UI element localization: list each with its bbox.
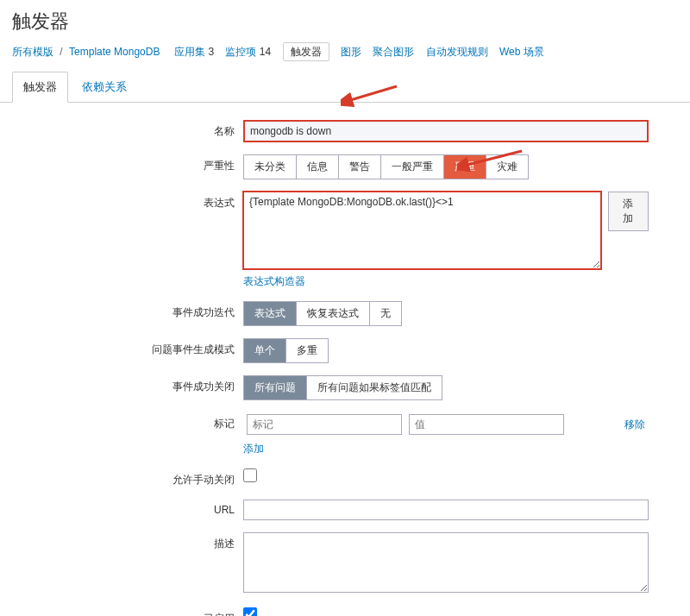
problem-gen-single[interactable]: 单个 bbox=[244, 339, 286, 362]
problem-gen-group: 单个 多重 bbox=[243, 338, 329, 363]
event-gen-group: 表达式 恢复表达式 无 bbox=[243, 301, 402, 326]
breadcrumb-template[interactable]: Template MongoDB bbox=[69, 46, 160, 58]
tags-table: 移除 bbox=[243, 412, 649, 437]
severity-not-classified[interactable]: 未分类 bbox=[244, 155, 297, 179]
severity-high[interactable]: 严重 bbox=[444, 155, 486, 179]
description-label: 描述 bbox=[12, 532, 243, 551]
event-gen-none[interactable]: 无 bbox=[370, 302, 401, 325]
breadcrumb-root[interactable]: 所有模版 bbox=[12, 46, 53, 58]
tag-add-link[interactable]: 添加 bbox=[243, 443, 264, 455]
tab-trigger[interactable]: 触发器 bbox=[12, 72, 68, 103]
tabs: 触发器 依赖关系 bbox=[0, 72, 690, 103]
nav-screens[interactable]: 聚合图形 bbox=[373, 46, 414, 58]
description-input[interactable] bbox=[243, 532, 649, 593]
severity-warning[interactable]: 警告 bbox=[339, 155, 381, 179]
severity-information[interactable]: 信息 bbox=[297, 155, 339, 179]
table-row: 移除 bbox=[243, 412, 649, 437]
problem-gen-label: 问题事件生成模式 bbox=[12, 338, 243, 357]
nav-triggers[interactable]: 触发器 bbox=[283, 42, 329, 61]
severity-label: 严重性 bbox=[12, 154, 243, 173]
tag-remove-link[interactable]: 移除 bbox=[624, 418, 645, 431]
close-label: 事件成功关闭 bbox=[12, 375, 243, 394]
nav-web[interactable]: Web 场景 bbox=[499, 46, 544, 58]
event-gen-expression[interactable]: 表达式 bbox=[244, 302, 297, 325]
tags-label: 标记 bbox=[12, 412, 243, 431]
severity-group: 未分类 信息 警告 一般严重 严重 灾难 bbox=[243, 154, 529, 179]
manual-close-label: 允许手动关闭 bbox=[12, 468, 243, 487]
url-input[interactable] bbox=[243, 500, 649, 520]
page-title: 触发器 bbox=[0, 0, 690, 41]
expression-builder-link[interactable]: 表达式构造器 bbox=[243, 275, 305, 287]
severity-disaster[interactable]: 灾难 bbox=[486, 155, 528, 179]
tag-value-input[interactable] bbox=[409, 414, 564, 435]
manual-close-checkbox[interactable] bbox=[243, 468, 257, 482]
close-group: 所有问题 所有问题如果标签值匹配 bbox=[243, 375, 442, 400]
enabled-label: 已启用 bbox=[12, 607, 243, 616]
close-tag-match[interactable]: 所有问题如果标签值匹配 bbox=[307, 376, 442, 399]
nav-apps[interactable]: 应用集 3 bbox=[174, 46, 214, 58]
nav-discovery[interactable]: 自动发现规则 bbox=[426, 46, 488, 58]
problem-gen-multiple[interactable]: 多重 bbox=[286, 339, 328, 362]
nav-items[interactable]: 监控项 14 bbox=[225, 46, 271, 58]
tag-name-input[interactable] bbox=[247, 414, 402, 435]
url-label: URL bbox=[12, 500, 243, 516]
enabled-checkbox[interactable] bbox=[243, 607, 257, 616]
expression-label: 表达式 bbox=[12, 192, 243, 211]
expression-input[interactable]: {Template MongoDB:MongoDB.ok.last()}<>1 bbox=[243, 192, 601, 269]
name-label: 名称 bbox=[12, 120, 243, 139]
trigger-form: 名称 严重性 未分类 信息 警告 一般严重 严重 灾难 表达式 {Templat… bbox=[0, 103, 690, 616]
tab-dependencies[interactable]: 依赖关系 bbox=[72, 72, 137, 102]
event-gen-recovery[interactable]: 恢复表达式 bbox=[297, 302, 370, 325]
nav-graphs[interactable]: 图形 bbox=[341, 46, 361, 58]
expression-add-button[interactable]: 添加 bbox=[608, 192, 649, 231]
severity-average[interactable]: 一般严重 bbox=[381, 155, 444, 179]
name-input[interactable] bbox=[243, 120, 649, 142]
close-all[interactable]: 所有问题 bbox=[244, 376, 307, 399]
breadcrumb: 所有模版 / Template MongoDB 应用集 3 监控项 14 触发器… bbox=[0, 41, 690, 68]
event-gen-label: 事件成功迭代 bbox=[12, 301, 243, 320]
